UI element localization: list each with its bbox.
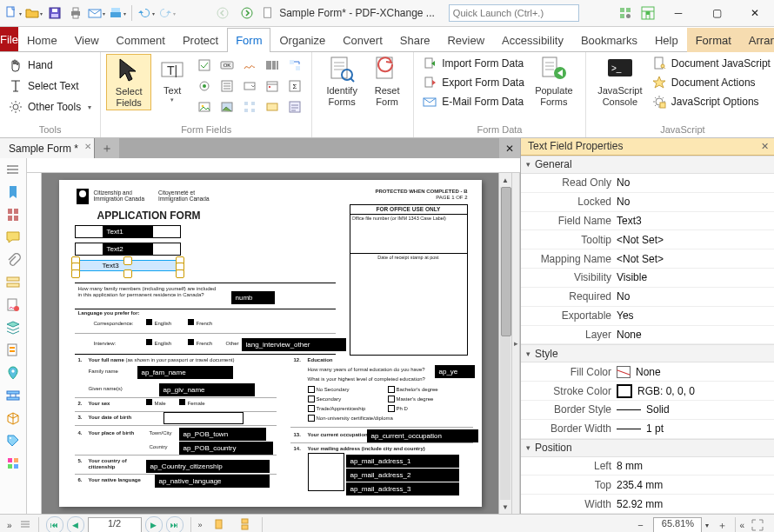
sb-options-icon[interactable] — [19, 518, 31, 532]
content-panel-icon[interactable] — [3, 341, 23, 360]
prop-sec-general[interactable]: ▾General — [521, 156, 774, 174]
form-preview-icon[interactable] — [285, 97, 304, 116]
order-panel-icon[interactable] — [3, 454, 23, 473]
image-field2-icon[interactable] — [217, 97, 237, 116]
quick-launch-input[interactable] — [449, 4, 579, 22]
other-tools[interactable]: Other Tools ▾ — [5, 97, 95, 116]
minimize-button[interactable]: ─ — [661, 1, 696, 25]
field-citizenship[interactable]: ap_Country_citizenship — [146, 460, 270, 473]
prop-mapping-name[interactable]: Mapping Name<Not Set> — [521, 249, 774, 269]
prop-width[interactable]: Width52.92 mm — [521, 495, 774, 514]
identify-forms-button[interactable]: Identify Forms — [317, 54, 366, 109]
prop-locked[interactable]: LockedNo — [521, 193, 774, 212]
prop-required[interactable]: RequiredNo — [521, 288, 774, 307]
tags-panel-icon[interactable] — [3, 431, 23, 450]
fullscreen-icon[interactable] — [748, 515, 767, 532]
prop-exportable[interactable]: ExportableYes — [521, 307, 774, 326]
layers-panel-icon[interactable] — [3, 318, 23, 337]
doc-tab-add[interactable]: ＋ — [95, 138, 119, 158]
tab-bookmarks[interactable]: Bookmarks — [572, 28, 646, 52]
grid-settings-icon[interactable] — [240, 97, 259, 116]
tab-organize[interactable]: Organize — [270, 28, 334, 52]
dob-boxes[interactable] — [163, 412, 244, 424]
options-icon[interactable] — [3, 160, 23, 179]
zoom-in-icon[interactable]: ＋ — [712, 515, 731, 532]
prop-read-only[interactable]: Read OnlyNo — [521, 174, 774, 193]
text-field-button[interactable]: T| Text ▾ — [151, 54, 193, 105]
nav-back-icon[interactable] — [213, 3, 232, 23]
doc-tabs-close-all[interactable]: ✕ — [499, 138, 520, 158]
email-form-data[interactable]: E-Mail Form Data — [419, 92, 528, 111]
prop-left[interactable]: Left8 mm — [521, 457, 774, 476]
prop-field-name[interactable]: Field NameText3 — [521, 212, 774, 231]
tab-accessibility[interactable]: Accessibility — [493, 28, 572, 52]
image-field-icon[interactable] — [195, 97, 214, 116]
sb-right-expand-icon[interactable]: « — [739, 521, 744, 530]
open-folder-icon[interactable]: ▾ — [24, 3, 43, 23]
attachments-panel-icon[interactable] — [3, 250, 23, 269]
last-page-icon[interactable]: ⏭ — [166, 516, 183, 532]
checkbox-field-icon[interactable] — [195, 56, 214, 75]
tab-help[interactable]: Help — [646, 28, 687, 52]
print-icon[interactable] — [66, 3, 85, 23]
3d-panel-icon[interactable] — [3, 409, 23, 428]
new-doc-icon[interactable]: ▾ — [3, 3, 23, 23]
prop-layer[interactable]: LayerNone — [521, 326, 774, 345]
links-panel-icon[interactable] — [3, 386, 23, 405]
destinations-panel-icon[interactable] — [3, 363, 23, 382]
zoom-field[interactable]: 65.81% — [653, 517, 702, 532]
js-console-button[interactable]: >_ JavaScript Console — [591, 54, 649, 109]
prop-sec-position[interactable]: ▾Position — [521, 439, 774, 457]
tab-view[interactable]: View — [66, 28, 108, 52]
import-form-data[interactable]: Import Form Data — [419, 54, 528, 73]
select-fields-button[interactable]: Select Fields — [106, 54, 151, 110]
vertical-scrollbar[interactable]: ▲ ▼ — [498, 173, 511, 514]
tab-comment[interactable]: Comment — [108, 28, 174, 52]
prop-stroke-color[interactable]: Stroke ColorRGB: 0, 0, 0 — [521, 382, 774, 401]
tab-order-icon[interactable] — [285, 56, 304, 75]
doc-tab-active[interactable]: Sample Form * ✕ — [0, 138, 95, 158]
email-icon[interactable]: ▾ — [87, 3, 106, 23]
prop-tooltip[interactable]: Tooltip<Not Set> — [521, 230, 774, 249]
tab-review[interactable]: Review — [438, 28, 493, 52]
save-icon[interactable] — [45, 3, 64, 23]
zoom-out-icon[interactable]: − — [631, 515, 650, 532]
prop-border-style[interactable]: Border StyleSolid — [521, 401, 774, 420]
select-text-tool[interactable]: Select Text — [5, 76, 82, 96]
field-mail3[interactable]: ap_mail_address_3 — [346, 482, 459, 495]
sb-dd-icon[interactable]: » — [198, 521, 203, 529]
sb-left-expand-icon[interactable]: » — [7, 521, 12, 530]
tab-file[interactable]: File — [0, 27, 18, 51]
ui-layout-icon[interactable] — [638, 3, 657, 23]
tab-arrange[interactable]: Arrange — [740, 28, 774, 52]
signatures-panel-icon[interactable] — [3, 296, 23, 315]
populate-forms-button[interactable]: Populate Forms — [528, 54, 580, 109]
dropdown-field-icon[interactable] — [240, 76, 259, 96]
tab-share[interactable]: Share — [391, 28, 439, 52]
calc-order-icon[interactable]: Σ — [285, 76, 304, 96]
tab-home[interactable]: Home — [18, 28, 66, 52]
highlight-fields-icon[interactable] — [263, 97, 282, 116]
prop-visibility[interactable]: VisibilityVisible — [521, 269, 774, 288]
ui-options-toggle-icon[interactable] — [616, 3, 635, 23]
first-page-icon[interactable]: ⏮ — [46, 516, 63, 532]
pane-collapse-grip[interactable]: ▸ — [511, 173, 520, 514]
next-page-icon[interactable]: ▶ — [145, 516, 163, 532]
scan-icon[interactable]: ▾ — [108, 3, 127, 23]
doc-js[interactable]: Document JavaScript — [649, 54, 774, 73]
view-continuous-icon[interactable] — [236, 515, 255, 532]
redo-icon[interactable]: ▾ — [157, 3, 177, 23]
tab-format[interactable]: Format — [687, 28, 740, 52]
field-mail1[interactable]: ap_mail_address_1 — [346, 455, 459, 468]
comments-panel-icon[interactable] — [3, 228, 23, 247]
reset-form-button[interactable]: Reset Form — [366, 54, 408, 109]
nav-fwd-icon[interactable] — [237, 3, 257, 23]
prop-top[interactable]: Top235.4 mm — [521, 475, 774, 495]
page-field[interactable]: 1/2 — [88, 517, 142, 532]
tab-protect[interactable]: Protect — [174, 28, 227, 52]
prop-sec-style[interactable]: ▾Style — [521, 344, 774, 362]
ok-button-field-icon[interactable]: OK — [217, 56, 237, 75]
close-button[interactable]: ✕ — [737, 1, 772, 25]
field-pob-town[interactable]: ap_POB_town — [179, 428, 266, 441]
maximize-button[interactable]: ▢ — [699, 1, 734, 25]
